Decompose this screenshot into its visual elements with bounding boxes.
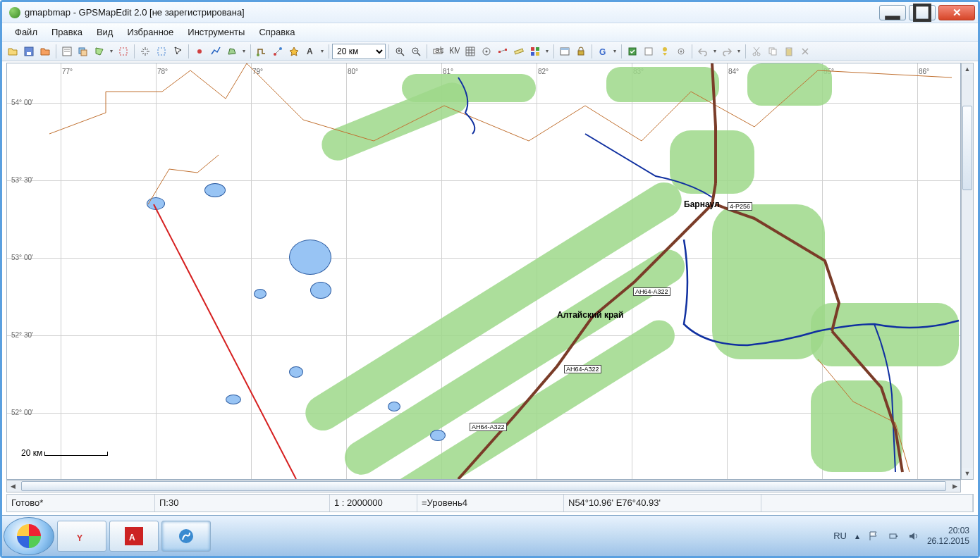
svg-line-18 <box>401 53 404 56</box>
undo-icon[interactable] <box>695 44 711 59</box>
pointer-icon[interactable] <box>170 44 185 59</box>
dropdown-icon[interactable]: ▾ <box>240 48 247 54</box>
dropdown-icon[interactable]: ▾ <box>611 48 618 54</box>
save-icon[interactable] <box>21 44 37 59</box>
redo-icon[interactable] <box>719 44 735 59</box>
status-level: =Уровень4 <box>417 495 564 512</box>
polyline-tool-icon[interactable] <box>208 44 223 59</box>
lon-label: 77° <box>62 68 73 75</box>
svg-text:A: A <box>307 46 313 56</box>
svg-rect-36 <box>536 52 539 56</box>
svg-text:A: A <box>129 533 135 542</box>
zoom-in-icon[interactable] <box>392 44 408 59</box>
properties-icon[interactable] <box>59 44 75 59</box>
menu-view[interactable]: Вид <box>91 25 119 39</box>
colors-icon[interactable] <box>527 44 543 59</box>
ruler-icon[interactable] <box>511 44 527 59</box>
point-tool-icon[interactable] <box>192 44 207 59</box>
close-file-icon[interactable] <box>37 44 53 59</box>
gps-settings-icon[interactable] <box>673 44 689 59</box>
grid-line <box>251 63 252 479</box>
tray-chevron-icon[interactable]: ▴ <box>855 531 859 541</box>
paste-icon[interactable] <box>781 44 797 59</box>
grid-icon[interactable] <box>463 44 478 59</box>
copy-icon[interactable] <box>765 44 780 59</box>
lake <box>289 240 331 275</box>
cut-icon[interactable] <box>749 44 764 59</box>
svg-rect-42 <box>645 48 652 55</box>
task-yandex[interactable]: Y <box>57 521 106 552</box>
open-icon[interactable] <box>5 44 20 59</box>
scroll-left-icon[interactable]: ◀ <box>7 480 18 492</box>
pan-icon[interactable] <box>137 44 153 59</box>
grid-line <box>156 63 157 479</box>
scroll-down-icon[interactable]: ▼ <box>962 468 973 479</box>
bounds-icon[interactable] <box>116 44 131 59</box>
dropdown-icon[interactable]: ▾ <box>108 48 115 54</box>
track-icon[interactable] <box>270 44 286 59</box>
svg-rect-35 <box>531 52 534 56</box>
menu-edit[interactable]: Правка <box>46 25 88 39</box>
clock-date: 26.12.2015 <box>927 536 969 546</box>
polygon-tool-icon[interactable] <box>224 44 240 59</box>
scale-select[interactable]: 20 км <box>332 44 386 59</box>
gps-connect-icon[interactable] <box>625 44 640 59</box>
horizontal-scrollbar[interactable]: ◀ ▶ <box>6 480 961 492</box>
task-gpsmapedit[interactable] <box>161 521 211 552</box>
lon-label: 78° <box>157 68 168 75</box>
volume-icon[interactable] <box>907 531 919 542</box>
grid-line <box>917 63 918 479</box>
maximize-button[interactable] <box>909 5 936 20</box>
menu-help[interactable]: Справка <box>253 25 300 39</box>
snap-icon[interactable] <box>479 44 494 59</box>
svg-text:ab: ab <box>435 46 443 55</box>
svg-rect-10 <box>158 48 165 55</box>
start-button[interactable] <box>4 517 54 555</box>
svg-point-43 <box>663 47 667 51</box>
vertical-scrollbar[interactable]: ▲ ▼ <box>961 63 974 480</box>
delete-icon[interactable] <box>797 44 813 59</box>
gps-off-icon[interactable] <box>641 44 656 59</box>
minimize-button[interactable] <box>879 5 906 20</box>
map-canvas[interactable]: 77° 78° 79° 80° 81° 82° 83° 84° 85° 86° … <box>6 63 961 480</box>
windows-orb-icon <box>17 524 41 548</box>
scroll-up-icon[interactable]: ▲ <box>962 63 973 75</box>
window-icon[interactable] <box>557 44 572 59</box>
flag-icon[interactable] <box>868 531 879 542</box>
dropdown-icon[interactable]: ▾ <box>544 48 551 54</box>
svg-rect-1 <box>914 5 930 20</box>
layers-icon[interactable] <box>75 44 91 59</box>
grid-line <box>61 63 61 479</box>
vertices-icon[interactable] <box>495 44 510 59</box>
svg-text:КМ: КМ <box>449 46 460 56</box>
select-icon[interactable] <box>154 44 169 59</box>
menu-tools[interactable]: Инструменты <box>182 25 250 39</box>
route-icon[interactable] <box>254 44 269 59</box>
lake <box>388 402 400 411</box>
km-icon[interactable]: КМ <box>446 44 462 59</box>
lake <box>254 289 267 299</box>
dropdown-icon[interactable]: ▾ <box>735 48 742 54</box>
task-adobe[interactable]: A <box>109 521 159 552</box>
google-icon[interactable]: G <box>595 44 611 59</box>
lock-icon[interactable] <box>573 44 589 59</box>
scroll-thumb[interactable] <box>21 481 946 491</box>
close-button[interactable]: ✕ <box>938 5 975 20</box>
region-icon[interactable] <box>92 44 107 59</box>
clock[interactable]: 20:03 26.12.2015 <box>927 526 969 546</box>
gps-track-icon[interactable] <box>657 44 673 59</box>
label-icon[interactable]: ab <box>430 44 446 59</box>
power-icon[interactable] <box>888 531 899 542</box>
scroll-right-icon[interactable]: ▶ <box>949 480 960 492</box>
waypoint-icon[interactable] <box>286 44 302 59</box>
lang-indicator[interactable]: RU <box>833 531 847 541</box>
system-tray: RU ▴ 20:03 26.12.2015 <box>825 526 978 546</box>
menu-favorites[interactable]: Избранное <box>121 25 179 39</box>
dropdown-icon[interactable]: ▾ <box>319 48 326 54</box>
address-icon[interactable]: A <box>302 44 318 59</box>
scroll-thumb[interactable] <box>962 106 972 190</box>
zoom-out-icon[interactable] <box>408 44 424 59</box>
svg-line-22 <box>417 53 420 56</box>
menu-file[interactable]: Файл <box>9 25 43 39</box>
dropdown-icon[interactable]: ▾ <box>711 48 718 54</box>
